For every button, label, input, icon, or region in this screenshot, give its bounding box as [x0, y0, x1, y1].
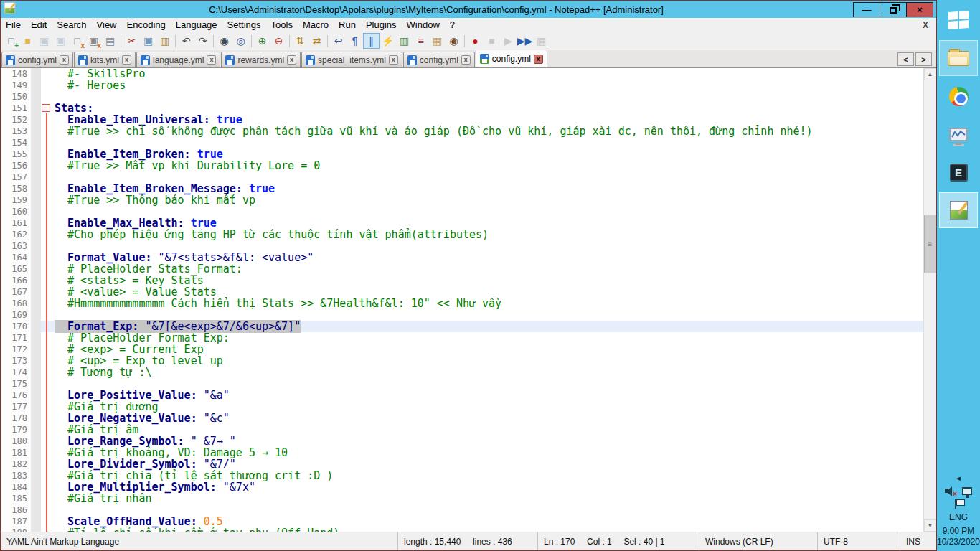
find-icon[interactable]: ◉: [216, 33, 232, 49]
menu-help[interactable]: ?: [445, 19, 460, 31]
save-file-icon[interactable]: ▣: [36, 33, 52, 49]
tab-config.yml[interactable]: config.ymlx: [476, 50, 547, 67]
taskbar-chrome[interactable]: [939, 78, 978, 114]
code-line[interactable]: 176 Lore_Positive_Value: "&a": [1, 390, 923, 401]
tab-special_items.yml[interactable]: special_items.ymlx: [301, 52, 402, 67]
code-line[interactable]: 179 #Giá trị âm: [1, 424, 923, 435]
stop-macro-icon[interactable]: ■: [484, 33, 500, 49]
code-line[interactable]: 153 #True >> chỉ số không được phân tách…: [1, 126, 923, 137]
tab-close-icon[interactable]: x: [389, 55, 398, 65]
network-icon[interactable]: [962, 487, 972, 495]
monitoring-icon[interactable]: ◉: [446, 33, 462, 49]
tab-config.yml[interactable]: config.ymlx: [403, 52, 475, 67]
code-line[interactable]: 165 # PlaceHolder Stats_Format:: [1, 263, 923, 275]
code-line[interactable]: 163: [1, 240, 923, 252]
scroll-up-arrow[interactable]: ▲: [924, 68, 936, 80]
close-button[interactable]: ×: [906, 2, 933, 17]
code-line[interactable]: 169: [1, 309, 923, 321]
code-line[interactable]: 180 Lore_Range_Symbol: " &7→ ": [1, 435, 923, 447]
code-line[interactable]: 156 #True >> Mất vp khi Durability Lore …: [1, 160, 923, 171]
code-line[interactable]: 158 Enable_Item_Broken_Message: true: [1, 183, 923, 194]
scrollbar-thumb[interactable]: ≡: [924, 215, 936, 273]
tab-close-icon[interactable]: x: [461, 55, 471, 65]
menu-window[interactable]: Window: [402, 19, 445, 31]
tab-close-icon[interactable]: x: [60, 55, 69, 65]
tab-scroll-left-button[interactable]: <: [897, 52, 914, 66]
taskbar-notepad-plus-plus[interactable]: [939, 192, 978, 228]
code-line[interactable]: 167 # <value> = Value Stats: [1, 286, 923, 298]
show-indent-guide-icon[interactable]: ∥: [363, 33, 380, 49]
code-line[interactable]: 164 Format_Value: "&7<stats>&f&l: <value…: [1, 252, 923, 263]
taskbar-file-explorer[interactable]: [939, 40, 978, 76]
cut-icon[interactable]: ✂: [123, 33, 140, 49]
save-recorded-macro-icon[interactable]: ▦: [533, 33, 550, 49]
print-icon[interactable]: ▤: [102, 33, 118, 49]
action-center-flag-icon[interactable]: [955, 499, 956, 509]
paste-icon[interactable]: ▥: [156, 33, 173, 49]
code-line[interactable]: 183 #Giá trị chia (tỉ lệ sát thương crit…: [1, 470, 923, 481]
code-area[interactable]: 148 #- SkillsPro149 #- Heroes150151−Stat…: [1, 68, 923, 532]
zoom-out-icon[interactable]: ⊖: [270, 33, 287, 49]
tab-scroll-right-button[interactable]: >: [915, 52, 932, 66]
undo-icon[interactable]: ↶: [178, 33, 194, 49]
tab-rewards.yml[interactable]: rewards.ymlx: [221, 52, 301, 67]
editor-pane[interactable]: 148 #- SkillsPro149 #- Heroes150151−Stat…: [1, 68, 936, 532]
code-line[interactable]: 185 #Giá trị nhân: [1, 493, 923, 504]
code-line[interactable]: 150: [1, 91, 923, 103]
minimize-button[interactable]: —: [853, 2, 880, 17]
code-line[interactable]: 154: [1, 137, 923, 149]
menu-view[interactable]: View: [92, 19, 122, 31]
menu-plugins[interactable]: Plugins: [361, 19, 402, 31]
taskbar-start-button[interactable]: [939, 2, 978, 38]
close-document-icon[interactable]: □x: [69, 33, 85, 49]
tab-config.yml[interactable]: config.ymlx: [1, 52, 73, 67]
play-macro-icon[interactable]: ▶: [500, 33, 517, 49]
new-file-icon[interactable]: □+: [3, 33, 19, 49]
code-line[interactable]: 186: [1, 504, 923, 516]
restore-button[interactable]: [880, 2, 907, 17]
code-line[interactable]: 162 #Cho phép hiệu ứng tăng HP từ các th…: [1, 229, 923, 240]
word-wrap-icon[interactable]: ↩: [330, 33, 347, 49]
sync-vertical-scrolling-icon[interactable]: ⇅: [292, 33, 308, 49]
record-macro-icon[interactable]: ●: [467, 33, 484, 49]
code-line[interactable]: 171 # PlaceHolder Format Exp:: [1, 332, 923, 344]
code-line[interactable]: 178 Lore_Negative_Value: "&c": [1, 413, 923, 424]
menu-settings[interactable]: Settings: [222, 19, 266, 31]
code-line[interactable]: 159 #True >> Thông báo khi mất vp: [1, 194, 923, 206]
code-line[interactable]: 161 Enable_Max_Health: true: [1, 217, 923, 229]
taskbar-eclipse[interactable]: E: [939, 154, 978, 190]
code-line[interactable]: 175: [1, 378, 923, 390]
menu-tools[interactable]: Tools: [266, 19, 298, 31]
code-line[interactable]: 148 #- SkillsPro: [1, 68, 923, 80]
tab-close-icon[interactable]: x: [122, 55, 131, 65]
code-line[interactable]: 172 # <exp> = Current Exp: [1, 344, 923, 355]
document-list-icon[interactable]: ≡: [413, 33, 429, 49]
replace-icon[interactable]: ◎: [232, 33, 249, 49]
menu-run[interactable]: Run: [334, 19, 361, 31]
code-line[interactable]: 149 #- Heroes: [1, 80, 923, 91]
code-line[interactable]: 168 #Hmmmmmmmmmmmmm Cách hiển thị Stats …: [1, 298, 923, 309]
code-line[interactable]: 155 Enable_Item_Broken: true: [1, 149, 923, 160]
code-line[interactable]: 182 Lore_Divider_Symbol: "&7/": [1, 458, 923, 470]
tab-close-icon[interactable]: x: [287, 55, 296, 65]
code-line[interactable]: 181 #Giá trị khoảng, VD: Damage 5 → 10: [1, 447, 923, 458]
code-line[interactable]: 187 Scale_OffHand_Value: 0.5: [1, 516, 923, 527]
document-map-icon[interactable]: ▥: [396, 33, 413, 49]
zoom-in-icon[interactable]: ⊕: [254, 33, 270, 49]
language-indicator[interactable]: ENG: [949, 512, 968, 522]
function-list-icon[interactable]: ⚡: [380, 33, 396, 49]
tab-close-icon[interactable]: x: [207, 55, 216, 65]
show-all-characters-icon[interactable]: ¶: [347, 33, 363, 49]
copy-icon[interactable]: ▣: [140, 33, 156, 49]
hidden-icons-chevron[interactable]: ◂: [956, 474, 961, 483]
close-all-documents-icon[interactable]: ▣x: [85, 33, 102, 49]
menu-close-document-button[interactable]: X: [915, 20, 936, 30]
code-line[interactable]: 173 # <up> = Exp to level up: [1, 355, 923, 367]
code-line[interactable]: 157: [1, 171, 923, 183]
tab-close-icon[interactable]: x: [534, 55, 543, 64]
menu-edit[interactable]: Edit: [26, 19, 52, 31]
tab-kits.yml[interactable]: kits.ymlx: [74, 52, 136, 67]
title-bar[interactable]: C:\Users\Administrator\Desktop\Apolars\p…: [1, 1, 936, 18]
code-line[interactable]: 160: [1, 206, 923, 217]
sync-horizontal-scrolling-icon[interactable]: ⇄: [308, 33, 325, 49]
